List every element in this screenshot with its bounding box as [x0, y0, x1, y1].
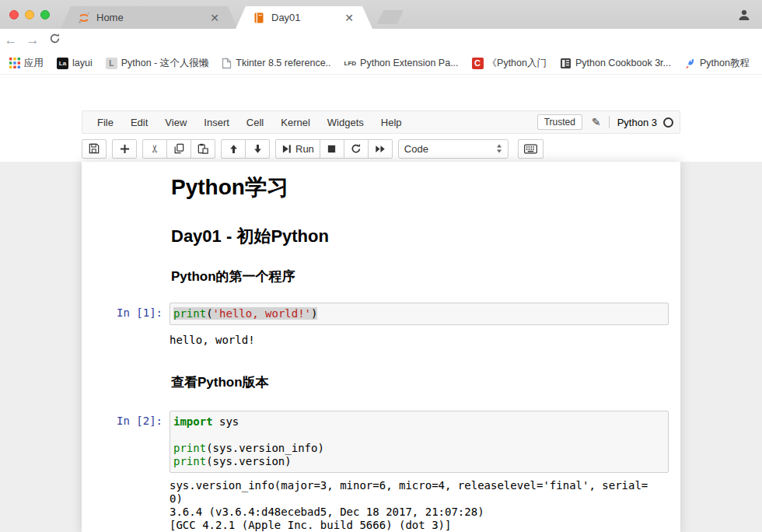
- input-prompt: In [1]:: [93, 303, 170, 325]
- new-tab-button[interactable]: [377, 10, 404, 24]
- jupyter-favicon-icon: [78, 12, 90, 24]
- refresh-icon: [351, 143, 362, 154]
- move-cell-up-button[interactable]: [221, 139, 246, 159]
- kernel-idle-icon: [663, 117, 673, 128]
- arrow-up-icon: [229, 144, 239, 154]
- menu-insert[interactable]: Insert: [195, 117, 238, 128]
- menu-kernel[interactable]: Kernel: [272, 117, 319, 128]
- step-forward-icon: [281, 144, 292, 154]
- page-icon: [222, 58, 232, 69]
- keyboard-icon: [524, 144, 537, 154]
- code-cell-1[interactable]: In [1]: print('hello, world!'): [82, 303, 680, 325]
- bookmark-cookbook[interactable]: Python Cookbook 3r...: [560, 58, 671, 69]
- command-palette-button[interactable]: [518, 139, 544, 159]
- menu-help[interactable]: Help: [372, 117, 411, 128]
- output-prompt: [93, 333, 170, 347]
- bookmark-label: Python Cookbook 3r...: [575, 58, 671, 68]
- run-button[interactable]: Run: [275, 139, 320, 159]
- window-close-button[interactable]: [9, 10, 19, 19]
- code-input-2[interactable]: import sys print(sys.version_info) print…: [170, 411, 669, 473]
- reload-icon[interactable]: [44, 33, 65, 48]
- menu-file[interactable]: File: [89, 117, 122, 128]
- bookmark-label: 《Python入门: [488, 57, 547, 70]
- save-button[interactable]: [82, 139, 107, 159]
- jupyter-menubar: File Edit View Insert Cell Kernel Widget…: [82, 110, 680, 134]
- bookmark-python-intro[interactable]: C 《Python入门: [472, 57, 547, 70]
- heading-day01: Day01 - 初始Python: [171, 225, 669, 248]
- heading-check-version: 查看Python版本: [171, 373, 669, 391]
- menu-cell[interactable]: Cell: [238, 117, 272, 128]
- add-cell-button[interactable]: [112, 139, 137, 159]
- menu-edit[interactable]: Edit: [122, 117, 156, 128]
- window-zoom-button[interactable]: [40, 10, 50, 19]
- layui-icon: La: [57, 58, 68, 69]
- restart-kernel-button[interactable]: [344, 139, 369, 159]
- jupyter-header: jupyter Day01 (autosaved) Logout: [0, 75, 762, 110]
- divider: [609, 116, 610, 128]
- tab-close-icon[interactable]: ✕: [208, 11, 221, 25]
- letter-l-icon: L: [106, 58, 117, 69]
- plus-icon: [120, 144, 130, 154]
- copy-icon: [173, 143, 184, 154]
- heading-first-program: Python的第一个程序: [171, 268, 669, 285]
- rocket-icon: [684, 58, 696, 69]
- pencil-icon: ✎: [592, 116, 601, 128]
- output-cell-1: hello, world!: [82, 333, 680, 347]
- bookmark-python-tutorial[interactable]: Python教程: [684, 57, 750, 70]
- code-input-1[interactable]: print('hello, world!'): [170, 303, 669, 325]
- menu-widgets[interactable]: Widgets: [319, 117, 372, 128]
- browser-address-bar: ← → ⓘ localhost:8888/notebooks/PythonCod…: [0, 29, 762, 52]
- code-cell-2[interactable]: In [2]: import sys print(sys.version_inf…: [82, 411, 680, 473]
- tab-title: Home: [96, 12, 208, 23]
- input-prompt: In [2]:: [93, 411, 170, 473]
- c-red-icon: C: [472, 58, 484, 69]
- bookmark-label: Tkinter 8.5 reference..: [236, 58, 330, 68]
- bookmark-python-lazy[interactable]: L Python - 这个人很懒: [106, 57, 209, 70]
- window-minimize-button[interactable]: [25, 10, 34, 19]
- tab-close-icon[interactable]: ✕: [343, 11, 355, 25]
- bookmark-python-extension[interactable]: LFD Python Extension Pa...: [344, 58, 459, 68]
- notebook-book-icon: [253, 12, 265, 24]
- bookmark-layui[interactable]: La layui: [57, 58, 93, 69]
- bookmark-tkinter[interactable]: Tkinter 8.5 reference..: [222, 58, 330, 69]
- heading-python-study: Python学习: [171, 173, 669, 202]
- apps-grid-icon: [9, 58, 20, 68]
- fast-forward-icon: [375, 144, 386, 154]
- forward-icon[interactable]: →: [22, 33, 44, 48]
- output-prompt: [93, 478, 170, 532]
- menu-view[interactable]: View: [156, 117, 195, 128]
- stop-button[interactable]: [320, 139, 344, 159]
- book-dark-icon: [560, 58, 572, 69]
- paste-cell-button[interactable]: [190, 139, 215, 159]
- bookmark-label: Python - 这个人很懒: [121, 57, 209, 70]
- cut-cell-button[interactable]: ✂: [142, 139, 167, 159]
- kernel-name: Python 3: [617, 117, 657, 128]
- output-cell-2: sys.version_info(major=3, minor=6, micro…: [82, 478, 680, 532]
- move-cell-down-button[interactable]: [245, 139, 270, 159]
- lfd-text-icon: LFD: [344, 60, 357, 67]
- restart-run-all-button[interactable]: [368, 139, 393, 159]
- bookmark-label: layui: [72, 58, 93, 68]
- bookmark-apps[interactable]: 应用: [9, 57, 44, 70]
- browser-tab-strip: Home ✕ Day01 ✕: [0, 0, 762, 29]
- tab-day01[interactable]: Day01 ✕: [236, 6, 372, 29]
- cell-type-select[interactable]: Code: [398, 139, 509, 159]
- paste-icon: [197, 143, 208, 154]
- back-icon[interactable]: ←: [0, 33, 22, 48]
- bookmark-label: Python教程: [700, 57, 750, 70]
- notebook-container: Python学习 Day01 - 初始Python Python的第一个程序 I…: [82, 162, 680, 532]
- profile-icon[interactable]: [737, 8, 751, 22]
- output-text-2: sys.version_info(major=3, minor=6, micro…: [170, 478, 669, 532]
- floppy-icon: [89, 143, 100, 154]
- bookmark-label: 应用: [24, 57, 44, 70]
- arrow-down-icon: [253, 144, 263, 154]
- output-text-1: hello, world!: [170, 333, 669, 347]
- notebook-background: Python学习 Day01 - 初始Python Python的第一个程序 I…: [0, 162, 762, 532]
- tab-home[interactable]: Home ✕: [61, 6, 238, 29]
- trusted-button[interactable]: Trusted: [537, 114, 582, 130]
- bookmark-label: Python Extension Pa...: [360, 58, 458, 68]
- cell-type-value: Code: [404, 143, 428, 155]
- copy-cell-button[interactable]: [166, 139, 191, 159]
- select-stepper-icon: [496, 144, 502, 153]
- tab-title: Day01: [271, 12, 343, 23]
